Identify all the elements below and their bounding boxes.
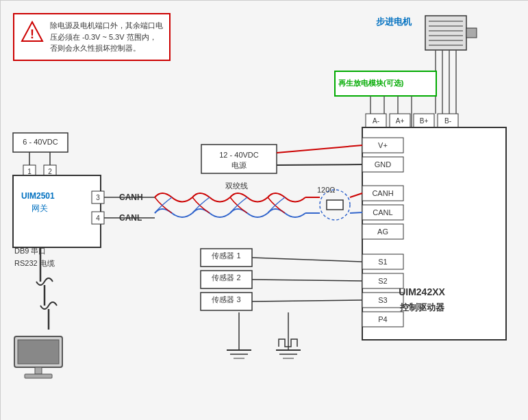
main-container: ! 除电源及电机端口外，其余端口电压必须在 -0.3V ~ 5.3V 范围内，否…: [0, 0, 528, 420]
svg-text:1: 1: [27, 168, 32, 175]
svg-rect-90: [35, 367, 42, 374]
svg-rect-40: [362, 273, 403, 288]
svg-rect-88: [14, 336, 62, 367]
svg-text:B+: B+: [420, 117, 429, 125]
svg-rect-36: [362, 224, 403, 239]
regen-module-label: 再生放电模块(可选): [338, 78, 403, 88]
svg-rect-32: [362, 186, 403, 201]
svg-text:A-: A-: [373, 117, 379, 125]
svg-line-62: [277, 164, 362, 165]
svg-rect-34: [362, 205, 403, 220]
svg-rect-67: [327, 200, 343, 210]
svg-rect-49: [23, 165, 36, 177]
svg-rect-38: [362, 254, 403, 269]
svg-line-61: [277, 145, 362, 153]
svg-line-69: [350, 212, 362, 213]
warning-text: 除电源及电机端口外，其余端口电压必须在 -0.3V ~ 5.3V 范围内，否则会…: [50, 20, 164, 54]
svg-text:!: !: [30, 27, 34, 41]
rs232-label: RS232 电缆: [14, 258, 55, 269]
sensor1-label: 传感器 1: [203, 251, 249, 261]
svg-rect-9: [466, 28, 477, 38]
stepper-label: 步进电机: [376, 16, 412, 28]
warning-icon: !: [20, 20, 45, 45]
db9-label: DB9 串口: [14, 246, 46, 256]
resistor-label: 120Ω: [317, 186, 336, 194]
svg-text:4: 4: [96, 214, 100, 222]
svg-rect-91: [25, 374, 52, 378]
gateway-model: UIM2501: [21, 191, 55, 201]
canh-label: CANH: [119, 193, 143, 202]
svg-rect-51: [44, 165, 56, 177]
svg-rect-55: [13, 175, 101, 247]
svg-rect-89: [18, 340, 59, 364]
sensor2-label: 传感器 2: [203, 273, 249, 283]
svg-text:S3: S3: [378, 296, 387, 304]
svg-rect-20: [390, 114, 410, 127]
power-left-label: 6 - 40VDC: [18, 138, 63, 146]
svg-text:UIM242XX: UIM242XX: [399, 286, 445, 297]
svg-text:3: 3: [96, 194, 100, 201]
svg-text:V+: V+: [378, 141, 388, 149]
svg-point-66: [320, 190, 350, 220]
power-main-label: 12 - 40VDC 电源: [206, 150, 272, 171]
svg-rect-2: [425, 16, 466, 50]
svg-overlay: A- A+ B+ B- V+ GND CANH CANL AG S1: [1, 1, 528, 420]
svg-text:CANL: CANL: [373, 208, 392, 217]
svg-line-68: [350, 193, 362, 197]
svg-rect-22: [438, 114, 458, 127]
svg-rect-44: [362, 312, 403, 327]
svg-text:S1: S1: [378, 258, 387, 266]
svg-line-75: [252, 280, 362, 281]
warning-box: ! 除电源及电机端口外，其余端口电压必须在 -0.3V ~ 5.3V 范围内，否…: [13, 13, 171, 61]
svg-rect-56: [92, 191, 104, 203]
svg-text:B-: B-: [444, 117, 451, 125]
gateway-role: 网关: [32, 203, 48, 214]
svg-rect-21: [414, 114, 434, 127]
svg-line-74: [252, 258, 362, 262]
power-main-line2: 电源: [231, 161, 247, 169]
svg-text:2: 2: [48, 168, 52, 175]
svg-rect-58: [92, 212, 104, 224]
sensor3-label: 传感器 3: [203, 295, 249, 305]
svg-text:P4: P4: [378, 315, 387, 323]
twisted-pair-label: 双绞线: [225, 181, 248, 191]
canl-label: CANL: [119, 213, 142, 223]
svg-text:CANH: CANH: [372, 189, 393, 197]
svg-rect-28: [362, 138, 403, 153]
svg-rect-19: [366, 114, 386, 127]
svg-rect-42: [362, 293, 403, 308]
svg-text:A+: A+: [396, 117, 405, 125]
svg-rect-30: [362, 157, 403, 172]
svg-line-76: [252, 300, 362, 301]
svg-text:控制驱动器: 控制驱动器: [399, 302, 445, 312]
diagram-area: ! 除电源及电机端口外，其余端口电压必须在 -0.3V ~ 5.3V 范围内，否…: [1, 1, 528, 420]
svg-text:AG: AG: [377, 227, 388, 236]
svg-text:S2: S2: [378, 277, 387, 285]
svg-rect-27: [362, 127, 506, 340]
svg-text:GND: GND: [375, 160, 392, 169]
power-main-line1: 12 - 40VDC: [219, 151, 258, 159]
